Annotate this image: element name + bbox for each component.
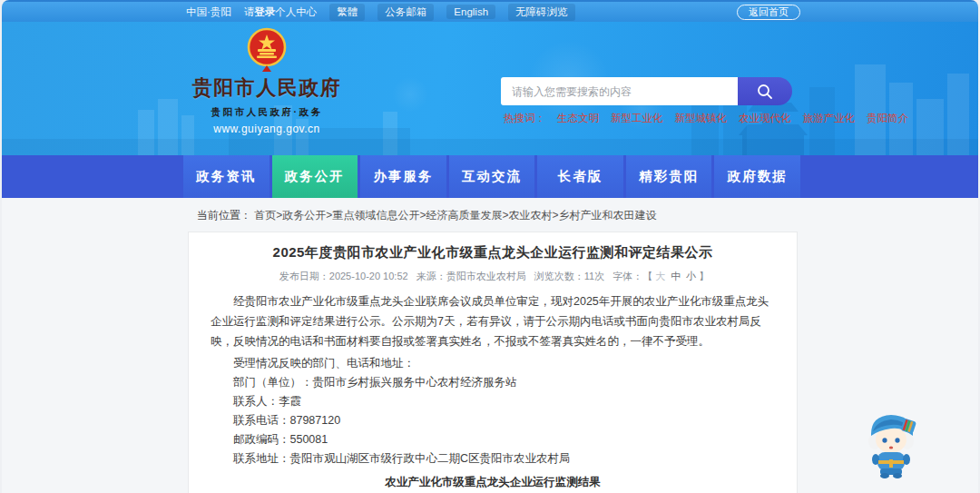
- search-input[interactable]: [501, 77, 738, 105]
- nav-item-zhengwu-gongkai[interactable]: 政务公开: [272, 155, 358, 198]
- paragraph-department: 部门（单位）：贵阳市乡村振兴服务中心农村经济服务站: [211, 373, 775, 392]
- breadcrumb-nongye-nongcun[interactable]: 农业农村: [508, 209, 552, 222]
- nav-item-zhangzhe-ban[interactable]: 长者版: [537, 155, 623, 198]
- article-card: 2025年度贵阳市农业产业化市级重点龙头企业运行监测和评定结果公示 发布日期：2…: [188, 232, 798, 493]
- font-size-small[interactable]: 小: [686, 271, 696, 281]
- nav-item-jingcai-guiyang[interactable]: 精彩贵阳: [626, 155, 712, 198]
- breadcrumb-home[interactable]: 首页: [254, 209, 276, 222]
- hot-word-link[interactable]: 生态文明: [557, 112, 599, 125]
- site-name: 贵阳市人民政府: [189, 74, 345, 102]
- site-logo[interactable]: 贵阳市人民政府 贵阳市人民政府·政务 www.guiyang.gov.cn: [189, 27, 345, 135]
- hot-word-link[interactable]: 新型城镇化: [675, 112, 728, 125]
- nav-item-hudong-jiaoliu[interactable]: 互动交流: [449, 155, 535, 198]
- paragraph-address: 联系地址：贵阳市观山湖区市级行政中心二期C区贵阳市农业农村局: [211, 449, 775, 468]
- site-subtitle: 贵阳市人民政府·政务: [189, 106, 345, 119]
- article-body: 经贵阳市农业产业化市级重点龙头企业联席会议成员单位审定，现对2025年开展的农业…: [211, 291, 775, 468]
- publish-date: 发布日期：2025-10-20 10:52: [279, 271, 408, 281]
- bracket: 【: [642, 271, 652, 281]
- top-utility-bar: 中国·贵阳 请登录个人中心 繁體 公务邮箱 English 无障碍浏览 返回首页: [2, 0, 978, 22]
- breadcrumb: 当前位置： 首页>政务公开>重点领域信息公开>经济高质量发展>农业农村>乡村产业…: [197, 208, 656, 223]
- region-link[interactable]: 中国·贵阳: [186, 5, 231, 19]
- nav-item-banshi-fuwu[interactable]: 办事服务: [360, 155, 446, 198]
- font-size-big[interactable]: 大: [655, 271, 665, 281]
- nav-items: 政务资讯 政务公开 办事服务 互动交流 长者版 精彩贵阳 政府数据: [183, 155, 800, 198]
- font-size-label: 字体：: [612, 271, 642, 281]
- article-title: 2025年度贵阳市农业产业化市级重点龙头企业运行监测和评定结果公示: [211, 244, 775, 261]
- source: 来源：贵阳市农业农村局: [416, 271, 526, 281]
- main-navigation: 政务资讯 政务公开 办事服务 互动交流 长者版 精彩贵阳 政府数据: [2, 155, 978, 198]
- nav-item-zhengwu-zixun[interactable]: 政务资讯: [183, 155, 270, 198]
- paragraph-contact-person: 联系人：李霞: [211, 392, 775, 411]
- official-mail-link[interactable]: 公务邮箱: [377, 4, 434, 21]
- article-meta: 发布日期：2025-10-20 10:52 来源：贵阳市农业农村局 浏览次数：1…: [211, 270, 775, 283]
- mascot-icon[interactable]: [862, 407, 920, 479]
- site-url: www.guiyang.gov.cn: [189, 123, 345, 135]
- search-icon: [756, 83, 774, 101]
- bracket: 】: [699, 271, 709, 281]
- page: 中国·贵阳 请登录个人中心 繁體 公务邮箱 English 无障碍浏览 返回首页: [2, 0, 978, 493]
- site-banner: 贵阳市人民政府 贵阳市人民政府·政务 www.guiyang.gov.cn 热搜…: [2, 22, 978, 155]
- breadcrumb-jingji[interactable]: 经济高质量发展: [426, 209, 502, 222]
- english-link[interactable]: English: [446, 5, 495, 19]
- paragraph: 受理情况反映的部门、电话和地址：: [211, 354, 775, 373]
- traditional-chinese-link[interactable]: 繁體: [329, 4, 365, 21]
- city-skyline-illustration: [2, 55, 978, 155]
- table-caption: 农业产业化市级重点龙头企业运行监测结果: [211, 475, 775, 490]
- accessibility-link[interactable]: 无障碍浏览: [508, 4, 575, 21]
- content-area: 当前位置： 首页>政务公开>重点领域信息公开>经济高质量发展>农业农村>乡村产业…: [2, 198, 978, 492]
- hot-word-link[interactable]: 新型工业化: [611, 112, 663, 125]
- login-strong: 登录: [254, 6, 275, 17]
- hot-word-link[interactable]: 贵阳简介: [867, 112, 908, 125]
- nav-item-zhengfu-shuju[interactable]: 政府数据: [714, 155, 800, 198]
- hot-word-link[interactable]: 旅游产业化: [803, 112, 856, 125]
- login-prefix: 请: [244, 6, 255, 17]
- paragraph: 经贵阳市农业产业化市级重点龙头企业联席会议成员单位审定，现对2025年开展的农业…: [211, 291, 775, 351]
- paragraph-postcode: 邮政编码：550081: [211, 430, 775, 449]
- hot-search-row: 热搜词： 生态文明 新型工业化 新型城镇化 农业现代化 旅游产业化 贵阳简介: [504, 112, 908, 125]
- view-count: 浏览次数：11次: [534, 271, 604, 281]
- breadcrumb-label: 当前位置：: [197, 209, 251, 222]
- hot-search-label: 热搜词：: [504, 112, 545, 125]
- font-size-mid[interactable]: 中: [671, 271, 681, 281]
- topbar-links: 中国·贵阳 请登录个人中心 繁體 公务邮箱 English 无障碍浏览: [186, 2, 575, 22]
- national-emblem-icon: [246, 27, 288, 73]
- return-home-button[interactable]: 返回首页: [737, 5, 800, 20]
- login-link[interactable]: 请登录个人中心: [244, 5, 318, 19]
- hot-word-link[interactable]: 农业现代化: [739, 112, 791, 125]
- search-bar: [501, 77, 792, 105]
- breadcrumb-xiangcun-chanye[interactable]: 乡村产业和农田建设: [558, 209, 656, 222]
- breadcrumb-zhongdian-lingyu[interactable]: 重点领域信息公开: [332, 209, 419, 222]
- login-suffix: 个人中心: [275, 6, 317, 17]
- search-button[interactable]: [738, 77, 792, 105]
- breadcrumb-zhengwu-gongkai[interactable]: 政务公开: [282, 209, 326, 222]
- paragraph-phone: 联系电话：87987120: [211, 411, 775, 430]
